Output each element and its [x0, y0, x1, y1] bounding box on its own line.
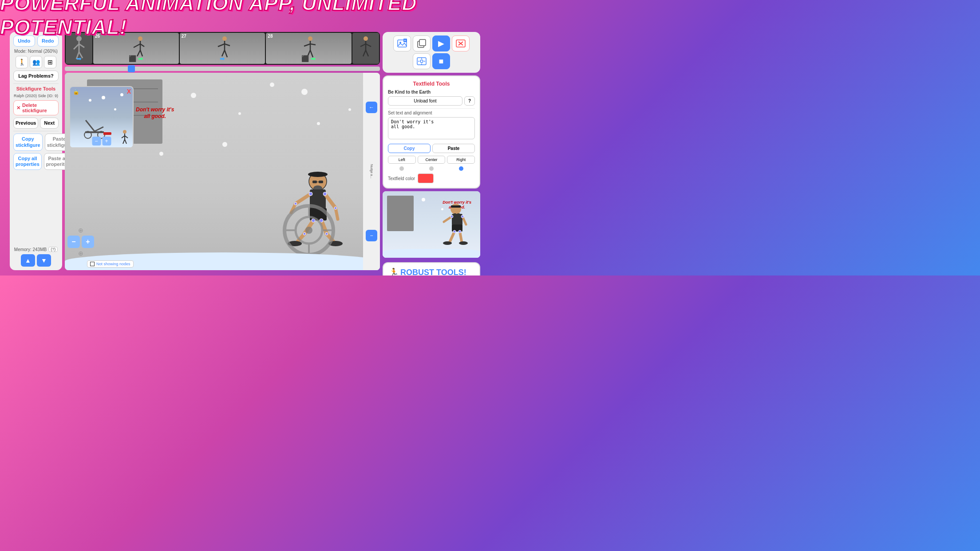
popup-catapult [79, 114, 115, 140]
prev-ground [383, 249, 480, 258]
svg-point-72 [123, 130, 126, 134]
right-panel: + ▶ [383, 32, 480, 270]
svg-line-28 [363, 50, 366, 56]
svg-line-67 [86, 120, 95, 131]
robust-title-text: ROBUST TOOLS! [400, 268, 466, 276]
dot-center-col [418, 166, 446, 171]
svg-point-50 [323, 192, 327, 196]
unload-font-row: Unload font ? [388, 96, 475, 106]
align-right-button[interactable]: Right [447, 156, 475, 164]
toolbar-settings-btn[interactable] [413, 53, 431, 69]
svg-line-9 [140, 44, 144, 47]
stickfigure-tools-title: Stickfigure Tools [13, 86, 59, 91]
frame-last-figure [357, 35, 375, 62]
arrow-row: ▲ ▼ [13, 254, 59, 267]
svg-line-41 [336, 208, 338, 219]
copy-stickfigure-button[interactable]: Copy stickfigure [13, 134, 43, 150]
svg-rect-94 [451, 205, 461, 208]
svg-line-14 [218, 44, 225, 47]
pan-icon[interactable]: ⊕ [78, 227, 83, 234]
lag-problems-button[interactable]: Lag Problems? [13, 71, 59, 81]
frame27-arrow: ➡ [220, 55, 225, 62]
zoom-controls: − + [67, 236, 94, 248]
app-name-label: Be Kind to the Earth [388, 90, 475, 94]
align-left-button[interactable]: Left [388, 156, 416, 164]
svg-point-105 [450, 215, 453, 218]
mode-text: Mode: Normal (260%) [13, 49, 59, 54]
preview-panel: Don't worry it'sall good. [383, 191, 480, 258]
copy-stickfigure-row: Copy stickfigure Paste stickfigure [13, 134, 59, 150]
next-button[interactable]: Next [40, 118, 59, 129]
grid-icon[interactable]: ⊞ [44, 56, 56, 68]
zoom-plus-button[interactable]: + [82, 236, 94, 248]
nudge-up-arrow[interactable]: ← [366, 102, 377, 113]
help-button[interactable]: (?) [48, 247, 58, 252]
delete-stickfigure-button[interactable]: ✕ Delete stickfigure [13, 100, 59, 115]
delete-label: Delete stickfigure [22, 102, 55, 113]
textfield-tools-panel: Textfield Tools Be Kind to the Earth Unl… [383, 75, 480, 189]
textfield-tools-title: Textfield Tools [388, 81, 475, 87]
divider-tf [388, 108, 475, 109]
popup-snow2 [102, 96, 105, 99]
timeline-indicator [128, 65, 135, 72]
pan-icon2[interactable]: ⊕ [78, 250, 83, 257]
copy-icon [417, 39, 427, 48]
arrow-down-button[interactable]: ▼ [37, 254, 51, 267]
header-title: POWERFUL ANIMATION APP, UNLIMITED POTENT… [0, 0, 490, 39]
settings-icon [417, 56, 427, 66]
svg-point-107 [453, 230, 456, 233]
svg-rect-66 [85, 131, 104, 133]
font-help-button[interactable]: ? [464, 96, 475, 106]
snow8 [159, 152, 163, 156]
svg-point-59 [305, 227, 312, 234]
arrow-up-button[interactable]: ▲ [21, 254, 35, 267]
popup-plus[interactable]: + [102, 137, 111, 146]
text-content-area[interactable] [388, 117, 475, 139]
color-swatch[interactable] [418, 173, 434, 183]
svg-line-38 [296, 194, 311, 204]
frame28-arrow: ⬛ ➡ [301, 55, 316, 62]
svg-point-88 [420, 60, 423, 63]
svg-line-75 [125, 136, 128, 138]
nudge-down-arrow[interactable]: − [366, 230, 377, 241]
zoom-minus-button[interactable]: − [67, 236, 80, 248]
walk-icon[interactable]: 🚶 [16, 56, 28, 68]
left-panel: Undo Redo Mode: Normal (260%) 🚶 👥 ⊞ Lag … [10, 32, 62, 270]
divider1 [13, 83, 59, 84]
svg-line-68 [95, 127, 103, 131]
svg-line-20 [304, 44, 310, 46]
svg-line-2 [74, 44, 79, 49]
robust-title: 🏃 ROBUST TOOLS! [389, 268, 474, 276]
svg-line-77 [125, 139, 126, 144]
svg-point-103 [443, 241, 452, 245]
canvas-wrapper: RALPHCO Don't worry it's all good. [65, 73, 380, 270]
canvas-speech-text: Don't worry it's all good. [136, 99, 174, 120]
popup-snow4 [120, 93, 123, 96]
not-showing-nodes-label: Not showing nodes [96, 262, 130, 266]
popup-minus[interactable]: − [92, 137, 101, 146]
robust-title-icon: 🏃 [389, 268, 399, 276]
paste-button[interactable]: Paste [432, 144, 475, 153]
svg-line-29 [366, 50, 368, 56]
timeline-bar[interactable] [65, 67, 380, 71]
not-showing-nodes[interactable]: Not showing nodes [87, 260, 134, 268]
nudge-label: Nudge a... [370, 164, 373, 178]
color-label: Textfield color [388, 176, 415, 181]
svg-line-3 [79, 44, 84, 47]
delete-x-icon: ✕ [16, 105, 20, 111]
copy-all-properties-button[interactable]: Copy all properties [13, 153, 42, 170]
align-center-button[interactable]: Center [418, 156, 446, 164]
copy-button[interactable]: Copy [388, 144, 431, 153]
overlay-close-button[interactable]: X [127, 88, 131, 95]
set-text-label: Set text and alignment [388, 110, 475, 115]
toolbar-stop-btn[interactable]: ■ [432, 53, 450, 69]
svg-point-93 [450, 204, 461, 214]
toolbar-image-icon: + [397, 39, 407, 48]
svg-rect-33 [312, 181, 317, 183]
previous-button[interactable]: Previous [13, 118, 38, 129]
svg-point-106 [461, 215, 464, 218]
unload-font-button[interactable]: Unload font [388, 96, 462, 106]
svg-line-76 [123, 139, 125, 144]
snow2 [191, 93, 196, 98]
group-icon[interactable]: 👥 [30, 56, 42, 68]
